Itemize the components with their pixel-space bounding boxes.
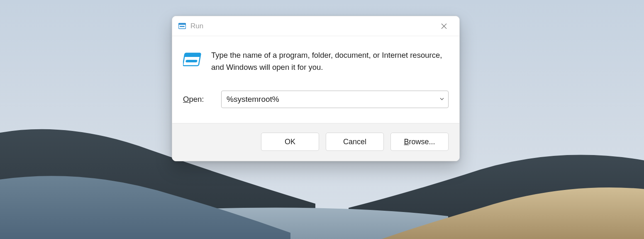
run-app-icon bbox=[183, 50, 202, 69]
description-text: Type the name of a program, folder, docu… bbox=[211, 49, 444, 73]
dialog-body: Type the name of a program, folder, docu… bbox=[172, 36, 459, 123]
run-title-icon bbox=[178, 22, 186, 30]
svg-rect-3 bbox=[180, 26, 185, 27]
svg-rect-7 bbox=[184, 53, 201, 57]
close-icon bbox=[441, 23, 447, 29]
ok-button[interactable]: OK bbox=[261, 133, 319, 151]
window-title: Run bbox=[190, 22, 434, 30]
close-button[interactable] bbox=[434, 17, 454, 36]
titlebar[interactable]: Run bbox=[172, 16, 459, 36]
open-input[interactable] bbox=[221, 91, 449, 108]
button-bar: OK Cancel Browse... bbox=[172, 123, 459, 161]
svg-rect-8 bbox=[185, 60, 198, 62]
cancel-button[interactable]: Cancel bbox=[326, 133, 384, 151]
svg-rect-2 bbox=[179, 23, 186, 25]
open-combobox[interactable] bbox=[221, 91, 449, 108]
open-label: Open: bbox=[183, 95, 212, 104]
browse-button[interactable]: Browse... bbox=[390, 133, 449, 151]
run-dialog: Run Type the name of a program, folder, … bbox=[172, 16, 460, 161]
